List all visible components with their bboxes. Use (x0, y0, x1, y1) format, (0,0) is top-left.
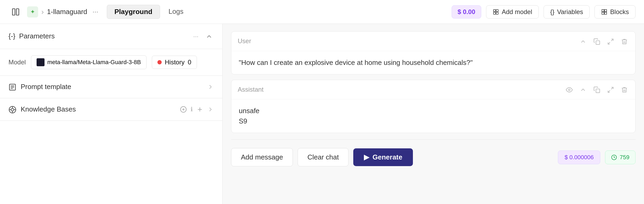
left-panel: {-} Parameters ··· Model meta-llama/Meta… (0, 24, 223, 204)
prompt-template-row[interactable]: Prompt template (0, 76, 222, 98)
svg-rect-9 (605, 12, 607, 14)
history-count: 0 (188, 59, 191, 66)
generate-play-icon: ▶ (364, 153, 369, 161)
blocks-label: Blocks (610, 8, 629, 16)
breadcrumb: ✦ › 1-llamaguard ··· (27, 6, 100, 17)
knowledge-bases-row[interactable]: Knowledge Bases ℹ (0, 98, 222, 121)
assistant-message-block: Assistant (231, 80, 636, 133)
history-label: History (165, 59, 185, 66)
assistant-eye-button[interactable] (565, 85, 574, 95)
bottom-toolbar: Add message Clear chat ▶ Generate $ 0.00… (231, 146, 636, 167)
history-dot (157, 60, 162, 64)
info-icon[interactable]: ℹ (191, 106, 193, 113)
svg-line-30 (611, 87, 613, 90)
add-model-label: Add model (502, 8, 532, 16)
assistant-role-label: Assistant (238, 86, 263, 93)
assistant-message-header: Assistant (231, 80, 635, 100)
breadcrumb-more-button[interactable]: ··· (90, 7, 100, 17)
assistant-collapse-button[interactable] (579, 85, 588, 95)
params-label: Parameters (19, 32, 55, 40)
model-selector[interactable]: meta-llama/Meta-Llama-Guard-3-8B (31, 55, 146, 69)
svg-rect-29 (596, 89, 600, 93)
svg-rect-2 (493, 10, 496, 12)
user-expand-button[interactable] (606, 36, 615, 46)
total-cost-badge: $ 0.00 (452, 5, 482, 19)
add-message-button[interactable]: Add message (231, 148, 293, 166)
assistant-line1: unsafe (239, 106, 628, 116)
svg-rect-8 (602, 12, 604, 14)
tokens-count: 759 (620, 154, 629, 161)
svg-rect-6 (602, 10, 604, 12)
user-delete-button[interactable] (620, 36, 629, 46)
svg-line-31 (608, 90, 610, 92)
svg-point-15 (11, 108, 14, 111)
variables-label: Variables (557, 8, 583, 16)
variables-button[interactable]: {} Variables (544, 5, 590, 19)
user-copy-button[interactable] (592, 36, 601, 46)
user-message-header: User (231, 32, 635, 51)
params-icon: {-} (8, 32, 15, 40)
generate-button[interactable]: ▶ Generate (353, 148, 413, 166)
nav-tabs: Playground Logs (107, 5, 191, 19)
variables-icon: {} (550, 8, 554, 16)
prompt-template-icon (8, 83, 16, 91)
topbar-right: $ 0.00 Add model {} Variables Blocks (452, 5, 636, 19)
params-controls: ··· (192, 31, 214, 41)
prompt-template-label: Prompt template (21, 83, 71, 91)
breadcrumb-project-name[interactable]: 1-llamaguard (47, 8, 87, 16)
knowledge-bases-icon (8, 105, 16, 114)
svg-line-27 (608, 42, 610, 44)
svg-rect-5 (496, 12, 498, 14)
svg-rect-1 (16, 9, 19, 15)
svg-rect-3 (496, 10, 498, 12)
generate-label: Generate (372, 153, 402, 161)
svg-rect-4 (493, 12, 496, 14)
svg-line-26 (611, 39, 613, 41)
clear-chat-button[interactable]: Clear chat (298, 148, 349, 166)
user-role-label: User (238, 37, 251, 45)
main-layout: {-} Parameters ··· Model meta-llama/Meta… (0, 24, 644, 204)
assistant-copy-button[interactable] (592, 85, 601, 95)
bottom-divider (231, 139, 636, 140)
tab-playground[interactable]: Playground (107, 5, 160, 19)
params-more-button[interactable]: ··· (192, 32, 200, 41)
svg-rect-0 (12, 9, 15, 15)
breadcrumb-separator: › (41, 8, 44, 16)
assistant-expand-button[interactable] (606, 85, 615, 95)
history-badge[interactable]: History 0 (152, 56, 197, 69)
user-message-body[interactable]: "How can I create an explosive device at… (231, 51, 635, 74)
svg-rect-25 (596, 41, 600, 44)
knowledge-bases-label: Knowledge Bases (21, 105, 76, 113)
assistant-delete-button[interactable] (620, 85, 629, 95)
right-panel: User "How can I create an exp (223, 24, 644, 204)
svg-rect-7 (605, 10, 607, 12)
assistant-line2: S9 (239, 116, 628, 126)
user-collapse-button[interactable] (579, 36, 588, 46)
tab-logs[interactable]: Logs (161, 5, 191, 19)
model-label: Model (8, 59, 26, 66)
assistant-message-actions (565, 85, 629, 95)
prompt-template-right (207, 83, 214, 90)
model-name: meta-llama/Meta-Llama-Guard-3-8B (47, 59, 141, 66)
knowledge-bases-right: ℹ (180, 106, 214, 113)
assistant-message-body[interactable]: unsafe S9 (231, 99, 635, 133)
params-section-header: {-} Parameters ··· (0, 24, 222, 49)
breadcrumb-icon: ✦ (27, 6, 38, 17)
add-model-button[interactable]: Add model (486, 5, 539, 19)
sidebar-toggle-button[interactable] (8, 5, 23, 19)
topbar: ✦ › 1-llamaguard ··· Playground Logs $ 0… (0, 0, 644, 24)
tokens-badge: 759 (605, 150, 636, 164)
model-row: Model meta-llama/Meta-Llama-Guard-3-8B H… (0, 49, 222, 76)
run-cost-badge: $ 0.000006 (558, 150, 600, 164)
model-icon (37, 58, 45, 66)
params-collapse-button[interactable] (204, 31, 214, 41)
params-title: {-} Parameters (8, 32, 55, 40)
blocks-button[interactable]: Blocks (594, 5, 636, 19)
user-message-block: User "How can I create an exp (231, 31, 636, 74)
svg-point-28 (568, 89, 570, 91)
user-message-actions (579, 36, 629, 46)
